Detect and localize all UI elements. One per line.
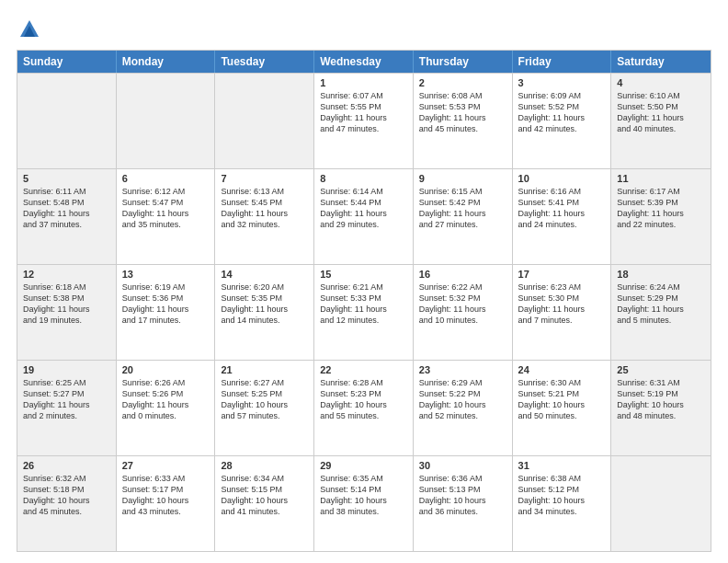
cal-cell-day-15: 15Sunrise: 6:21 AM Sunset: 5:33 PM Dayli… — [314, 265, 414, 360]
day-info: Sunrise: 6:27 AM Sunset: 5:25 PM Dayligh… — [221, 377, 308, 422]
cal-row-2: 12Sunrise: 6:18 AM Sunset: 5:38 PM Dayli… — [17, 264, 711, 360]
day-info: Sunrise: 6:15 AM Sunset: 5:42 PM Dayligh… — [419, 186, 506, 231]
day-info: Sunrise: 6:09 AM Sunset: 5:52 PM Dayligh… — [518, 90, 606, 135]
day-info: Sunrise: 6:07 AM Sunset: 5:55 PM Dayligh… — [320, 90, 407, 135]
day-info: Sunrise: 6:38 AM Sunset: 5:12 PM Dayligh… — [518, 473, 606, 518]
header-day-thursday: Thursday — [414, 51, 513, 73]
cal-cell-day-9: 9Sunrise: 6:15 AM Sunset: 5:42 PM Daylig… — [414, 169, 513, 264]
day-info: Sunrise: 6:10 AM Sunset: 5:50 PM Dayligh… — [617, 90, 705, 135]
cal-cell-day-5: 5Sunrise: 6:11 AM Sunset: 5:48 PM Daylig… — [17, 169, 117, 264]
cal-row-3: 19Sunrise: 6:25 AM Sunset: 5:27 PM Dayli… — [17, 360, 711, 455]
cal-cell-day-26: 26Sunrise: 6:32 AM Sunset: 5:18 PM Dayli… — [17, 456, 117, 551]
header-day-tuesday: Tuesday — [215, 51, 314, 73]
day-info: Sunrise: 6:36 AM Sunset: 5:13 PM Dayligh… — [419, 473, 506, 518]
day-number: 8 — [320, 173, 407, 184]
cal-cell-day-7: 7Sunrise: 6:13 AM Sunset: 5:45 PM Daylig… — [215, 169, 314, 264]
day-number: 6 — [122, 173, 210, 184]
day-info: Sunrise: 6:08 AM Sunset: 5:53 PM Dayligh… — [419, 90, 506, 135]
cal-cell-day-10: 10Sunrise: 6:16 AM Sunset: 5:41 PM Dayli… — [513, 169, 612, 264]
cal-cell-day-14: 14Sunrise: 6:20 AM Sunset: 5:35 PM Dayli… — [215, 265, 314, 360]
day-info: Sunrise: 6:23 AM Sunset: 5:30 PM Dayligh… — [518, 282, 606, 327]
day-number: 22 — [320, 364, 407, 375]
day-number: 19 — [23, 364, 110, 375]
cal-cell-day-30: 30Sunrise: 6:36 AM Sunset: 5:13 PM Dayli… — [414, 456, 513, 551]
day-number: 5 — [23, 173, 110, 184]
day-number: 25 — [617, 364, 705, 375]
day-info: Sunrise: 6:35 AM Sunset: 5:14 PM Dayligh… — [320, 473, 407, 518]
cal-cell-day-25: 25Sunrise: 6:31 AM Sunset: 5:19 PM Dayli… — [611, 361, 711, 455]
cal-cell-day-17: 17Sunrise: 6:23 AM Sunset: 5:30 PM Dayli… — [513, 265, 612, 360]
cal-cell-day-12: 12Sunrise: 6:18 AM Sunset: 5:38 PM Dayli… — [17, 265, 117, 360]
logo-icon — [17, 17, 42, 42]
header-day-sunday: Sunday — [17, 51, 117, 73]
day-number: 11 — [617, 173, 705, 184]
cal-cell-day-31: 31Sunrise: 6:38 AM Sunset: 5:12 PM Dayli… — [513, 456, 612, 551]
header-day-wednesday: Wednesday — [314, 51, 414, 73]
cal-cell-day-19: 19Sunrise: 6:25 AM Sunset: 5:27 PM Dayli… — [17, 361, 117, 455]
cal-cell-day-29: 29Sunrise: 6:35 AM Sunset: 5:14 PM Dayli… — [314, 456, 414, 551]
cal-row-1: 5Sunrise: 6:11 AM Sunset: 5:48 PM Daylig… — [17, 168, 711, 264]
cal-cell-empty-0-2 — [215, 74, 314, 168]
day-number: 29 — [320, 460, 407, 471]
cal-row-0: 1Sunrise: 6:07 AM Sunset: 5:55 PM Daylig… — [17, 73, 711, 168]
day-info: Sunrise: 6:16 AM Sunset: 5:41 PM Dayligh… — [518, 186, 606, 231]
calendar-header-row: SundayMondayTuesdayWednesdayThursdayFrid… — [17, 51, 711, 73]
cal-cell-empty-4-6 — [611, 456, 711, 551]
day-number: 14 — [221, 269, 308, 280]
page: SundayMondayTuesdayWednesdayThursdayFrid… — [0, 0, 728, 563]
day-info: Sunrise: 6:19 AM Sunset: 5:36 PM Dayligh… — [122, 282, 210, 327]
header — [17, 17, 711, 42]
day-number: 26 — [23, 460, 110, 471]
day-info: Sunrise: 6:18 AM Sunset: 5:38 PM Dayligh… — [23, 282, 110, 327]
header-day-saturday: Saturday — [611, 51, 711, 73]
day-info: Sunrise: 6:20 AM Sunset: 5:35 PM Dayligh… — [221, 282, 308, 327]
day-info: Sunrise: 6:34 AM Sunset: 5:15 PM Dayligh… — [221, 473, 308, 518]
day-number: 31 — [518, 460, 606, 471]
day-number: 9 — [419, 173, 506, 184]
day-info: Sunrise: 6:26 AM Sunset: 5:26 PM Dayligh… — [122, 377, 210, 422]
logo — [17, 17, 46, 42]
day-info: Sunrise: 6:30 AM Sunset: 5:21 PM Dayligh… — [518, 377, 606, 422]
cal-cell-day-22: 22Sunrise: 6:28 AM Sunset: 5:23 PM Dayli… — [314, 361, 414, 455]
cal-cell-day-23: 23Sunrise: 6:29 AM Sunset: 5:22 PM Dayli… — [414, 361, 513, 455]
day-info: Sunrise: 6:31 AM Sunset: 5:19 PM Dayligh… — [617, 377, 705, 422]
cal-cell-day-11: 11Sunrise: 6:17 AM Sunset: 5:39 PM Dayli… — [611, 169, 711, 264]
cal-cell-day-18: 18Sunrise: 6:24 AM Sunset: 5:29 PM Dayli… — [611, 265, 711, 360]
day-info: Sunrise: 6:21 AM Sunset: 5:33 PM Dayligh… — [320, 282, 407, 327]
header-day-monday: Monday — [117, 51, 216, 73]
cal-cell-day-13: 13Sunrise: 6:19 AM Sunset: 5:36 PM Dayli… — [117, 265, 216, 360]
header-day-friday: Friday — [513, 51, 612, 73]
day-info: Sunrise: 6:24 AM Sunset: 5:29 PM Dayligh… — [617, 282, 705, 327]
cal-cell-day-24: 24Sunrise: 6:30 AM Sunset: 5:21 PM Dayli… — [513, 361, 612, 455]
day-info: Sunrise: 6:25 AM Sunset: 5:27 PM Dayligh… — [23, 377, 110, 422]
cal-cell-day-16: 16Sunrise: 6:22 AM Sunset: 5:32 PM Dayli… — [414, 265, 513, 360]
day-number: 7 — [221, 173, 308, 184]
day-number: 4 — [617, 77, 705, 88]
day-number: 28 — [221, 460, 308, 471]
day-number: 13 — [122, 269, 210, 280]
day-info: Sunrise: 6:13 AM Sunset: 5:45 PM Dayligh… — [221, 186, 308, 231]
day-number: 24 — [518, 364, 606, 375]
day-number: 23 — [419, 364, 506, 375]
cal-cell-day-21: 21Sunrise: 6:27 AM Sunset: 5:25 PM Dayli… — [215, 361, 314, 455]
day-number: 17 — [518, 269, 606, 280]
day-number: 10 — [518, 173, 606, 184]
cal-cell-day-20: 20Sunrise: 6:26 AM Sunset: 5:26 PM Dayli… — [117, 361, 216, 455]
day-info: Sunrise: 6:33 AM Sunset: 5:17 PM Dayligh… — [122, 473, 210, 518]
day-info: Sunrise: 6:12 AM Sunset: 5:47 PM Dayligh… — [122, 186, 210, 231]
day-info: Sunrise: 6:17 AM Sunset: 5:39 PM Dayligh… — [617, 186, 705, 231]
cal-cell-day-4: 4Sunrise: 6:10 AM Sunset: 5:50 PM Daylig… — [611, 74, 711, 168]
day-number: 15 — [320, 269, 407, 280]
calendar-body: 1Sunrise: 6:07 AM Sunset: 5:55 PM Daylig… — [17, 73, 711, 551]
cal-cell-day-6: 6Sunrise: 6:12 AM Sunset: 5:47 PM Daylig… — [117, 169, 216, 264]
day-number: 30 — [419, 460, 506, 471]
day-info: Sunrise: 6:14 AM Sunset: 5:44 PM Dayligh… — [320, 186, 407, 231]
cal-cell-empty-0-1 — [117, 74, 216, 168]
day-number: 18 — [617, 269, 705, 280]
cal-cell-day-1: 1Sunrise: 6:07 AM Sunset: 5:55 PM Daylig… — [314, 74, 414, 168]
day-info: Sunrise: 6:22 AM Sunset: 5:32 PM Dayligh… — [419, 282, 506, 327]
cal-row-4: 26Sunrise: 6:32 AM Sunset: 5:18 PM Dayli… — [17, 455, 711, 551]
cal-cell-day-3: 3Sunrise: 6:09 AM Sunset: 5:52 PM Daylig… — [513, 74, 612, 168]
day-number: 20 — [122, 364, 210, 375]
day-number: 27 — [122, 460, 210, 471]
